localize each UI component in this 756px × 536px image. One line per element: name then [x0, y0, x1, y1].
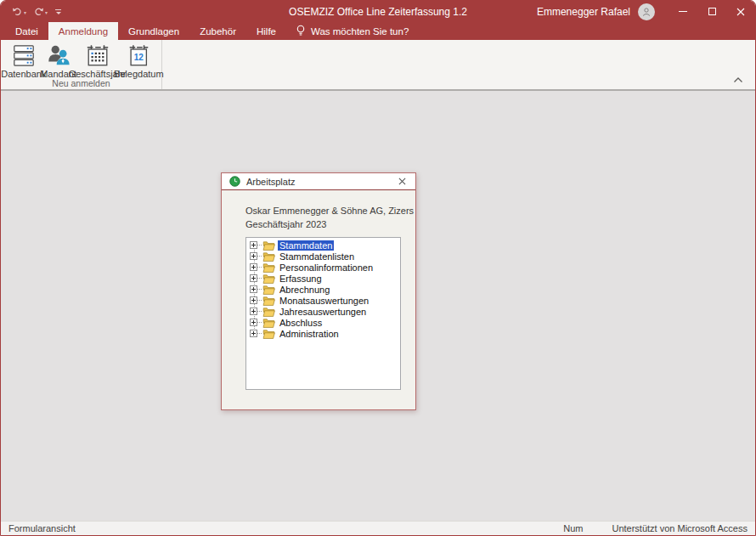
tree-expand-icon[interactable] — [250, 307, 257, 315]
num-lock-indicator: Num — [563, 523, 583, 533]
undo-dropdown-caret[interactable]: ▾ — [24, 10, 26, 15]
dialog-close-icon — [398, 178, 406, 185]
powered-by-label: Unterstützt von Microsoft Access — [612, 523, 748, 533]
lightbulb-icon — [296, 25, 305, 37]
ribbon-tab-row: Datei Anmeldung Grundlagen Zubehör Hilfe… — [1, 22, 755, 40]
tree-view[interactable]: Stammdaten Stammdatenlisten Personalinfo… — [245, 237, 401, 390]
folder-icon — [262, 274, 275, 284]
redo-button[interactable]: ▾ — [31, 3, 50, 20]
tree-dash-connector — [257, 322, 262, 323]
tell-me-label: Was möchten Sie tun? — [311, 26, 409, 37]
tab-hilfe[interactable]: Hilfe — [246, 22, 286, 40]
tab-zubehoer[interactable]: Zubehör — [189, 22, 246, 40]
tree-item-label[interactable]: Monatsauswertungen — [278, 296, 370, 306]
status-bar: Formularansicht Num Unterstützt von Micr… — [1, 521, 755, 535]
tree-item-label[interactable]: Abrechnung — [278, 285, 331, 295]
tree-item[interactable]: Abrechnung — [246, 284, 400, 295]
tree-item-label[interactable]: Stammdatenlisten — [278, 251, 356, 262]
maximize-button[interactable] — [697, 1, 726, 22]
tree-expand-icon[interactable] — [250, 263, 257, 271]
dialog-close-button[interactable] — [396, 176, 408, 188]
redo-icon — [33, 7, 44, 16]
tree-item-label[interactable]: Administration — [278, 329, 341, 339]
user-name[interactable]: Emmenegger Rafael — [537, 6, 630, 18]
chevron-up-icon — [733, 76, 743, 83]
folder-icon — [262, 329, 275, 339]
tree-expand-icon[interactable] — [250, 252, 257, 260]
user-avatar[interactable] — [638, 3, 655, 20]
tree-expand-icon[interactable] — [250, 330, 257, 337]
folder-icon — [262, 285, 275, 295]
tree-items: Stammdaten Stammdatenlisten Personalinfo… — [246, 240, 400, 339]
tree-dash-connector — [257, 311, 262, 312]
company-info: Oskar Emmenegger & Söhne AG, Zizers Gesc… — [245, 205, 415, 231]
quick-access-toolbar: ▾ ▾ — [1, 3, 65, 20]
tree-dash-connector — [257, 278, 262, 279]
close-icon — [736, 8, 745, 16]
tree-item-label[interactable]: Erfassung — [278, 274, 324, 284]
tree-item-label[interactable]: Personalinformationen — [278, 262, 375, 273]
folder-icon — [262, 240, 275, 251]
tree-dash-connector — [257, 300, 262, 301]
datenbank-button[interactable]: Datenbank — [6, 42, 42, 80]
main-content-area: Arbeitsplatz Oskar Emmenegger & Söhne AG… — [1, 91, 755, 521]
ribbon-group-label: Neu anmelden — [1, 78, 161, 88]
minimize-icon — [679, 11, 687, 12]
maximize-icon — [708, 8, 716, 15]
tree-dash-connector — [257, 289, 262, 290]
tree-expand-icon[interactable] — [250, 285, 257, 293]
tree-dash-connector — [257, 267, 262, 268]
tell-me-box[interactable]: Was möchten Sie tun? — [286, 22, 419, 40]
redo-dropdown-caret[interactable]: ▾ — [45, 10, 48, 15]
collapse-ribbon-button[interactable] — [733, 71, 743, 87]
dialog-title: Arbeitsplatz — [246, 177, 396, 187]
tree-expand-icon[interactable] — [250, 296, 257, 304]
dialog-title-bar[interactable]: Arbeitsplatz — [222, 173, 415, 190]
tree-item[interactable]: Personalinformationen — [246, 262, 400, 273]
tree-item[interactable]: Administration — [246, 328, 400, 339]
fiscal-year: Geschäftsjahr 2023 — [245, 218, 415, 232]
title-bar: ▾ ▾ OSEMZIZ Office Line Zeiterfassung 1.… — [1, 1, 755, 22]
tree-item-label[interactable]: Jahresauswertungen — [278, 307, 368, 317]
calendar-grid-icon — [85, 43, 110, 68]
tree-item-label[interactable]: Abschluss — [278, 318, 324, 328]
tree-expand-icon[interactable] — [250, 241, 257, 249]
tree-expand-icon[interactable] — [250, 274, 257, 282]
tree-item-label[interactable]: Stammdaten — [278, 240, 334, 251]
tab-anmeldung[interactable]: Anmeldung — [48, 22, 118, 40]
database-icon — [12, 43, 36, 68]
tree-item[interactable]: Jahresauswertungen — [246, 306, 400, 317]
undo-button[interactable]: ▾ — [9, 3, 29, 20]
dialog-body: Oskar Emmenegger & Söhne AG, Zizers Gesc… — [222, 190, 415, 390]
folder-icon — [262, 251, 275, 262]
ribbon-group-neu-anmelden: Datenbank Mandant — [1, 40, 162, 89]
clock-icon — [229, 176, 240, 187]
folder-icon — [262, 307, 275, 317]
minimize-button[interactable] — [669, 1, 697, 22]
arbeitsplatz-dialog: Arbeitsplatz Oskar Emmenegger & Söhne AG… — [221, 172, 416, 410]
tree-dash-connector — [257, 256, 262, 257]
calendar-number: 12 — [125, 53, 152, 62]
company-name: Oskar Emmenegger & Söhne AG, Zizers — [245, 205, 415, 218]
customize-toolbar-icon[interactable] — [52, 9, 65, 14]
tab-datei[interactable]: Datei — [5, 22, 48, 40]
undo-icon — [12, 7, 23, 16]
folder-icon — [262, 296, 275, 306]
geschaeftsjahr-button[interactable]: Geschäftsjahr — [76, 42, 120, 80]
tree-item[interactable]: Stammdatenlisten — [246, 251, 400, 262]
tree-dash-connector — [257, 333, 262, 334]
tree-expand-icon[interactable] — [250, 319, 257, 326]
app-window: ▾ ▾ OSEMZIZ Office Line Zeiterfassung 1.… — [0, 0, 756, 536]
tree-item[interactable]: Stammdaten — [246, 240, 400, 251]
belegdatum-button[interactable]: 12 Belegdatum — [120, 42, 158, 80]
folder-icon — [262, 262, 275, 273]
window-title: OSEMZIZ Office Line Zeiterfassung 1.2 — [289, 1, 467, 22]
tree-item[interactable]: Monatsauswertungen — [246, 295, 400, 306]
users-icon — [46, 43, 71, 68]
close-button[interactable] — [726, 1, 755, 22]
tree-dash-connector — [257, 245, 262, 245]
view-mode-label: Formularansicht — [8, 523, 76, 533]
tab-grundlagen[interactable]: Grundlagen — [118, 22, 189, 40]
tree-item[interactable]: Abschluss — [246, 317, 400, 328]
tree-item[interactable]: Erfassung — [246, 273, 400, 284]
